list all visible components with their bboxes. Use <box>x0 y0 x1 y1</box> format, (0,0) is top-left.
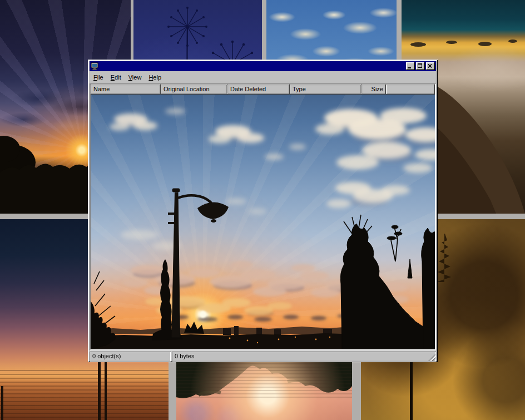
maximize-icon <box>418 63 422 68</box>
list-content-area[interactable] <box>91 95 435 349</box>
close-icon <box>428 64 432 68</box>
column-header-date-deleted[interactable]: Date Deleted <box>227 85 290 95</box>
sunset-scene <box>91 95 435 349</box>
window-controls <box>406 62 435 70</box>
maximize-button[interactable] <box>416 62 425 70</box>
status-object-count: 0 object(s) <box>90 352 171 362</box>
minimize-button[interactable] <box>406 62 415 70</box>
column-header-name[interactable]: Name <box>91 85 161 95</box>
column-header-size[interactable]: Size <box>361 85 386 95</box>
desktop-wallpaper: File Edit View Help Name Original Locati… <box>0 0 525 420</box>
minimize-icon <box>408 67 411 68</box>
column-header-blank <box>386 85 435 95</box>
window-titlebar[interactable] <box>90 61 436 71</box>
column-header-original-location[interactable]: Original Location <box>161 85 227 95</box>
menu-help[interactable]: Help <box>145 73 165 82</box>
status-size: 0 bytes <box>172 352 436 362</box>
column-header-type[interactable]: Type <box>290 85 361 95</box>
close-button[interactable] <box>426 62 435 70</box>
file-list-view: Name Original Location Date Deleted Type… <box>90 83 436 350</box>
status-bar: 0 object(s) 0 bytes <box>90 352 436 362</box>
menu-view[interactable]: View <box>125 73 146 82</box>
computer-icon <box>91 62 98 70</box>
menu-file[interactable]: File <box>90 73 107 82</box>
recycle-bin-window: File Edit View Help Name Original Locati… <box>88 60 438 362</box>
menu-bar: File Edit View Help <box>90 72 436 82</box>
column-headers: Name Original Location Date Deleted Type… <box>91 85 435 95</box>
menu-edit[interactable]: Edit <box>107 73 125 82</box>
